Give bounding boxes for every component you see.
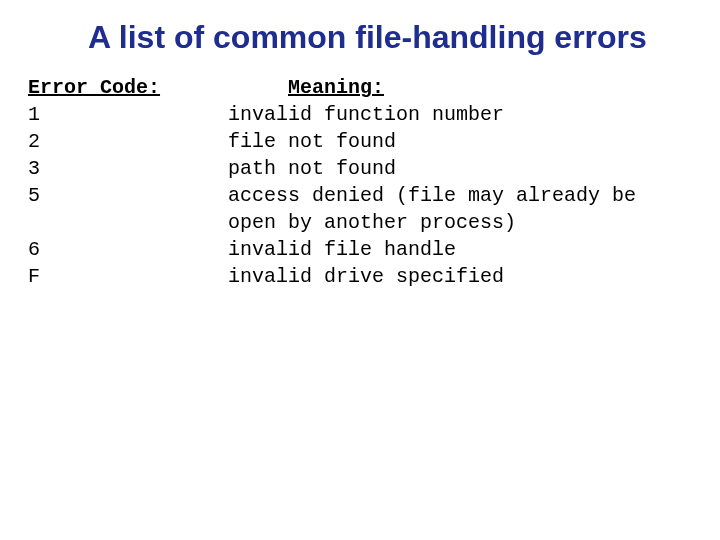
error-code: 5 bbox=[28, 182, 228, 209]
slide: A list of common file-handling errors Er… bbox=[0, 0, 720, 540]
table-row: 1 invalid function number bbox=[28, 101, 692, 128]
error-code: 3 bbox=[28, 155, 228, 182]
error-meaning: path not found bbox=[228, 155, 396, 182]
error-table: Error Code: Meaning: 1 invalid function … bbox=[28, 74, 692, 290]
error-code: 1 bbox=[28, 101, 228, 128]
page-title: A list of common file-handling errors bbox=[88, 18, 688, 56]
error-code: 6 bbox=[28, 236, 228, 263]
table-header-row: Error Code: Meaning: bbox=[28, 74, 692, 101]
table-row: 3 path not found bbox=[28, 155, 692, 182]
error-meaning: invalid drive specified bbox=[228, 263, 504, 290]
table-row: 5 access denied (file may already be ope… bbox=[28, 182, 692, 236]
header-error-code: Error Code: bbox=[28, 74, 228, 101]
header-meaning: Meaning: bbox=[288, 74, 384, 101]
error-code: F bbox=[28, 263, 228, 290]
table-row: 2 file not found bbox=[28, 128, 692, 155]
error-code: 2 bbox=[28, 128, 228, 155]
table-row: 6 invalid file handle bbox=[28, 236, 692, 263]
error-meaning: invalid file handle bbox=[228, 236, 456, 263]
table-row: F invalid drive specified bbox=[28, 263, 692, 290]
error-meaning: access denied (file may already be open … bbox=[228, 182, 658, 236]
error-meaning: invalid function number bbox=[228, 101, 504, 128]
error-meaning: file not found bbox=[228, 128, 396, 155]
